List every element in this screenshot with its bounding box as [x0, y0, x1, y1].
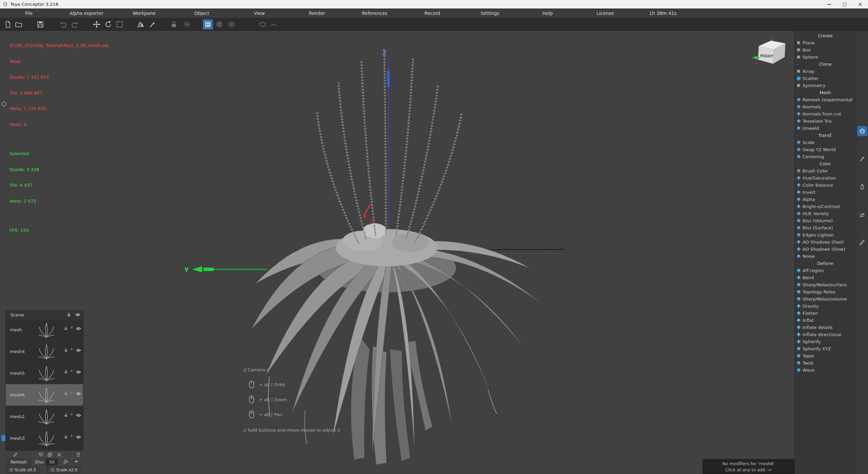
panel-item-plane[interactable]: Plane: [795, 39, 856, 46]
panel-item-tesselate-tris[interactable]: Tesselate Tris: [795, 118, 856, 125]
voxel-tool-icon[interactable]: [857, 126, 867, 136]
panel-item-blur-surface[interactable]: Blur (Surface): [795, 224, 856, 231]
star-icon[interactable]: *: [71, 392, 73, 395]
lock-icon[interactable]: [67, 313, 71, 317]
duplicate-icon[interactable]: [47, 452, 53, 458]
menu-workpane[interactable]: Workpane: [115, 8, 173, 18]
panel-item-normals-from-crd[interactable]: Normals from crd: [795, 110, 856, 118]
panel-item-bend[interactable]: Bend: [795, 274, 856, 281]
section-header-color[interactable]: - Color: [795, 160, 856, 167]
panel-item-flatten[interactable]: Flatten: [795, 310, 856, 317]
panel-item-scale[interactable]: Scale: [795, 139, 856, 146]
panel-item-aff-region[interactable]: Aff.region: [795, 267, 856, 274]
save-icon[interactable]: [35, 19, 45, 29]
minimize-button[interactable]: [821, 0, 837, 8]
menu-file[interactable]: File: [0, 8, 58, 18]
scene-panel-header[interactable]: Scene: [6, 311, 83, 319]
panel-item-array[interactable]: Array: [795, 68, 856, 75]
close-icon[interactable]: [56, 452, 62, 458]
panel-item-sphere[interactable]: Sphere: [795, 54, 856, 61]
open-folder-icon[interactable]: [14, 19, 24, 29]
visibility-icon[interactable]: [76, 435, 81, 439]
brush-tool-icon[interactable]: [147, 19, 157, 29]
scene-item-mesh6[interactable]: mesh6 *: [6, 384, 83, 406]
pencil-icon[interactable]: [12, 452, 18, 458]
scene-item-mesh2[interactable]: mesh2 *: [6, 406, 83, 427]
panel-item-symmetry[interactable]: Symmetry: [795, 82, 856, 89]
panel-item-remesh-experimental[interactable]: Remesh (experimental: [795, 96, 856, 103]
menu-view[interactable]: View: [231, 8, 288, 18]
visibility-icon[interactable]: [76, 349, 81, 352]
ellipse-tool-icon[interactable]: [258, 19, 268, 29]
wrench-icon[interactable]: [62, 459, 68, 465]
panel-item-noise[interactable]: Noise: [795, 253, 856, 260]
viewport-3d[interactable]: Z: [0, 31, 794, 474]
section-header-create[interactable]: - Create: [795, 32, 856, 39]
close-button[interactable]: ×: [852, 0, 868, 8]
menu-record[interactable]: Record: [403, 8, 461, 18]
modifier-status-bar[interactable]: No modifiers for 'mesh6' Click at any to…: [703, 459, 794, 474]
panel-item-invert[interactable]: Invert: [795, 189, 856, 196]
scale-double-button[interactable]: Scale x2.0: [47, 467, 81, 473]
material-jar-icon[interactable]: [857, 182, 867, 192]
panel-item-ao-shadows-fast[interactable]: AO Shadows (Fast): [795, 239, 856, 246]
remesh-button[interactable]: Remesh: [6, 459, 31, 465]
panel-item-ao-shadows-slow[interactable]: AO Shadows (Slow): [795, 246, 856, 253]
panel-item-sharp-relax-volume[interactable]: Sharp/Relax|volume: [795, 295, 856, 303]
navigation-cube[interactable]: RIGHT: [749, 36, 791, 69]
panel-item-scatter[interactable]: Scatter: [795, 75, 856, 82]
menu-license[interactable]: License: [576, 8, 634, 18]
collapse-icon[interactable]: -: [796, 62, 798, 67]
panel-item-inflate-details[interactable]: Inflate details: [795, 324, 856, 331]
star-icon[interactable]: *: [71, 349, 73, 352]
scene-item-mesh5[interactable]: mesh5 *: [6, 362, 83, 384]
collapse-icon[interactable]: -: [796, 261, 798, 266]
panel-item-topology-relax[interactable]: Topology Relax: [795, 288, 856, 295]
grid-snap-icon[interactable]: [203, 19, 213, 29]
panel-item-blur-volume[interactable]: Blur (Volume): [795, 217, 856, 224]
lock-icon[interactable]: [169, 19, 179, 29]
panel-item-brush-color[interactable]: Brush Color: [795, 167, 856, 174]
panel-item-wave[interactable]: Wave: [795, 367, 856, 374]
sphere-a-icon[interactable]: [214, 19, 224, 29]
viewport-widget-icon[interactable]: [1, 101, 7, 107]
mirror-tool-icon[interactable]: [136, 19, 146, 29]
panel-item-inflat[interactable]: Inflat: [795, 317, 856, 324]
panel-item-twist[interactable]: Twist: [795, 359, 856, 367]
move-tool-icon[interactable]: [92, 19, 102, 29]
collapse-icon[interactable]: -: [796, 133, 798, 138]
arc-tool-icon[interactable]: [269, 19, 279, 29]
visibility-icon[interactable]: [76, 327, 81, 330]
menu-alpha-exporter[interactable]: Alpha exporter: [58, 8, 115, 18]
panel-item-spherify-xyz[interactable]: Spherify XYZ: [795, 345, 856, 352]
panel-item-bright-s-contrast[interactable]: Bright-s/Contrast: [795, 203, 856, 210]
scene-item-mesh4[interactable]: mesh4 *: [6, 341, 83, 362]
gear-icon[interactable]: [182, 19, 192, 29]
menu-render[interactable]: Render: [288, 8, 346, 18]
scene-item-mesh[interactable]: mesh *: [6, 319, 83, 341]
panel-item-color-balance[interactable]: Color Balance: [795, 182, 856, 189]
section-header-deform[interactable]: - Deform: [795, 260, 856, 267]
lock-icon[interactable]: [64, 348, 67, 352]
maximize-button[interactable]: [837, 0, 852, 8]
star-icon[interactable]: *: [71, 435, 73, 439]
rotate-tool-icon[interactable]: [103, 19, 113, 29]
menu-object[interactable]: Object: [173, 8, 231, 18]
panel-item-alpha[interactable]: Alpha: [795, 196, 856, 203]
panel-item-edges-lighten[interactable]: Edges Lighten: [795, 231, 856, 239]
panel-item-normals[interactable]: Normals: [795, 103, 856, 110]
panel-item-gravity[interactable]: Gravity: [795, 303, 856, 310]
lock-icon[interactable]: [64, 392, 67, 395]
star-icon[interactable]: *: [71, 370, 73, 374]
paint-brush-tool-icon[interactable]: [857, 154, 867, 164]
marquee-select-icon[interactable]: [115, 19, 125, 29]
menu-help[interactable]: Help: [519, 8, 576, 18]
menu-references[interactable]: References: [346, 8, 403, 18]
panel-item-hue-variety[interactable]: HUE Variety: [795, 210, 856, 217]
panel-item-taper[interactable]: Taper: [795, 352, 856, 359]
visibility-icon[interactable]: [76, 370, 81, 374]
menu-settings[interactable]: Settings: [461, 8, 519, 18]
panel-item-swap-yz-world[interactable]: Swap YZ World: [795, 146, 856, 153]
panel-item-sharp-relax-surface[interactable]: Sharp/Relax|surface: [795, 281, 856, 288]
redo-icon[interactable]: [70, 19, 80, 29]
